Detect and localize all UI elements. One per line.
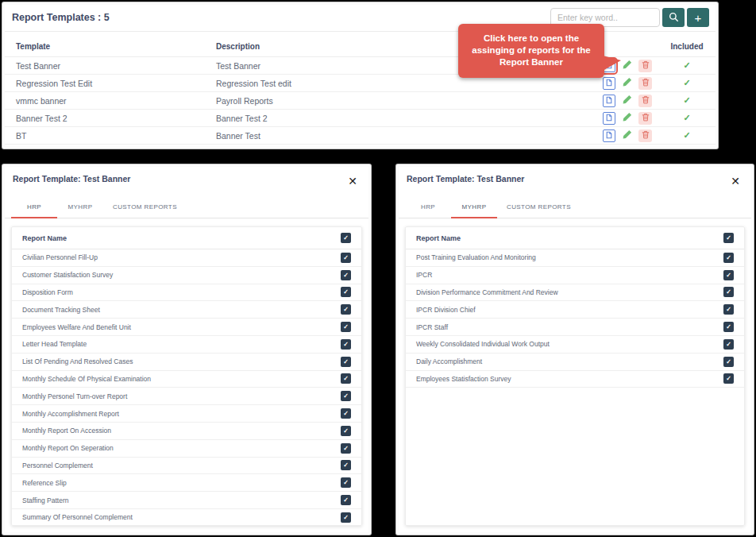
edit-template-button[interactable]	[621, 95, 633, 106]
report-checkbox[interactable]: ✓	[341, 373, 351, 384]
report-name: Weekly Consolidated Individual Work Outp…	[416, 340, 550, 348]
check-icon: ✓	[343, 375, 349, 382]
edit-template-button[interactable]	[621, 77, 633, 89]
check-icon: ✓	[343, 445, 349, 452]
report-row: Post Training Evaluation And Monitoring …	[406, 249, 744, 267]
report-checkbox[interactable]: ✓	[723, 373, 734, 384]
report-checkbox[interactable]: ✓	[341, 304, 351, 315]
assign-reports-button[interactable]	[603, 129, 615, 142]
report-row: Personnel Complement ✓	[12, 458, 361, 475]
report-name: Summary Of Personnel Complement	[22, 513, 133, 521]
report-checkbox[interactable]: ✓	[341, 287, 351, 297]
delete-template-button[interactable]	[638, 112, 652, 125]
report-checkbox[interactable]: ✓	[341, 322, 351, 332]
modal-tabs: HRP MYHRP CUSTOM REPORTS	[5, 190, 368, 218]
description-cell: Banner Test 2	[205, 114, 579, 123]
report-row: IPCR Division Chief ✓	[406, 301, 744, 319]
modal-header: Report Template: Test Banner ✕	[5, 167, 368, 190]
add-template-button[interactable]: +	[687, 8, 709, 27]
report-template-modal-myhrp: Report Template: Test Banner ✕ HRP MYHRP…	[396, 164, 754, 535]
assign-reports-button[interactable]	[603, 77, 615, 90]
tab[interactable]: CUSTOM REPORTS	[103, 198, 187, 218]
report-checkbox[interactable]: ✓	[341, 357, 351, 367]
report-row: Monthly Schedule Of Physical Examination…	[12, 371, 361, 388]
close-icon: ✕	[348, 175, 357, 187]
check-icon: ✓	[726, 234, 731, 241]
report-checkbox[interactable]: ✓	[341, 408, 351, 419]
report-checkbox[interactable]: ✓	[341, 426, 351, 436]
report-checkbox[interactable]: ✓	[723, 253, 734, 263]
select-all-checkbox[interactable]: ✓	[723, 233, 734, 243]
report-name: Customer Statisfaction Survey	[22, 271, 113, 279]
delete-template-button[interactable]	[638, 77, 652, 90]
close-button[interactable]: ✕	[727, 174, 743, 188]
table-row: BT Banner Test	[5, 127, 716, 145]
report-name: IPCR	[416, 271, 432, 279]
tab[interactable]: CUSTOM REPORTS	[497, 198, 580, 218]
report-row: Monthly Report On Accession ✓	[12, 423, 361, 440]
row-actions	[579, 129, 658, 142]
report-row: Reference Slip ✓	[12, 474, 361, 492]
assign-reports-button[interactable]	[603, 95, 615, 107]
report-checkbox[interactable]: ✓	[341, 477, 351, 488]
close-button[interactable]: ✕	[345, 174, 361, 188]
tab[interactable]: HRP	[405, 198, 451, 218]
report-checkbox[interactable]: ✓	[723, 287, 734, 297]
report-checkbox[interactable]: ✓	[341, 495, 351, 505]
report-checkbox[interactable]: ✓	[723, 339, 734, 350]
report-checkbox[interactable]: ✓	[341, 253, 351, 263]
trash-icon	[642, 112, 650, 124]
check-icon: ✓	[726, 288, 731, 296]
edit-template-button[interactable]	[621, 112, 633, 124]
report-name: Division Performance Commitment And Revi…	[416, 288, 558, 296]
tab[interactable]: HRP	[11, 198, 57, 218]
report-name: List Of Pending And Resolved Cases	[22, 357, 133, 365]
report-checkbox[interactable]: ✓	[723, 357, 734, 367]
tab[interactable]: MYHRP	[57, 198, 103, 218]
report-row: IPCR ✓	[406, 267, 744, 284]
report-list-header: Report Name ✓	[406, 227, 744, 249]
report-checkbox[interactable]: ✓	[341, 460, 351, 470]
report-checkbox[interactable]: ✓	[723, 322, 734, 332]
report-row: List Of Pending And Resolved Cases ✓	[12, 353, 361, 371]
report-checkbox[interactable]: ✓	[341, 512, 351, 523]
modal-title: Report Template: Test Banner	[13, 174, 130, 184]
check-icon: ✓	[343, 272, 349, 279]
report-name: IPCR Staff	[416, 323, 448, 331]
edit-template-button[interactable]	[621, 129, 633, 141]
report-checkbox[interactable]: ✓	[723, 304, 734, 315]
report-name: Monthly Schedule Of Physical Examination	[22, 375, 151, 383]
report-row: Staffing Pattern ✓	[12, 492, 361, 509]
report-checkbox[interactable]: ✓	[341, 339, 351, 350]
check-icon: ✓	[343, 462, 349, 469]
select-all-checkbox[interactable]: ✓	[341, 233, 351, 243]
check-icon: ✓	[343, 306, 349, 313]
check-icon: ✓	[726, 272, 731, 279]
check-icon: ✓	[343, 410, 349, 417]
callout-text: Click here to open the assinging of repo…	[472, 33, 591, 67]
table-row: vmmc banner Payroll Reports	[5, 92, 716, 110]
table-row: Banner Test 2 Banner Test 2	[5, 110, 716, 127]
report-checkbox[interactable]: ✓	[723, 270, 734, 280]
template-cell: Test Banner	[5, 61, 205, 71]
report-row: IPCR Staff ✓	[406, 319, 744, 336]
pencil-icon	[623, 129, 632, 141]
report-checkbox[interactable]: ✓	[341, 270, 351, 280]
report-row: Monthly Accomplishment Report ✓	[12, 405, 361, 423]
check-icon: ✓	[343, 254, 349, 261]
table-header-row: Template Description Included	[5, 37, 716, 57]
report-name-header: Report Name	[416, 234, 461, 242]
assign-reports-button[interactable]	[603, 112, 615, 125]
report-checkbox[interactable]: ✓	[341, 443, 351, 454]
search-button[interactable]	[662, 8, 685, 27]
report-checkbox[interactable]: ✓	[341, 391, 351, 401]
template-cell: BT	[5, 131, 205, 141]
delete-template-button[interactable]	[638, 95, 652, 107]
description-cell: Regression Test edit	[205, 79, 579, 88]
delete-template-button[interactable]	[638, 60, 652, 72]
report-name: Monthly Report On Seperation	[22, 444, 114, 452]
delete-template-button[interactable]	[638, 129, 652, 142]
edit-template-button[interactable]	[621, 60, 633, 71]
tab[interactable]: MYHRP	[451, 198, 497, 218]
report-row: Employees Welfare And Benefit Unit ✓	[12, 319, 361, 336]
